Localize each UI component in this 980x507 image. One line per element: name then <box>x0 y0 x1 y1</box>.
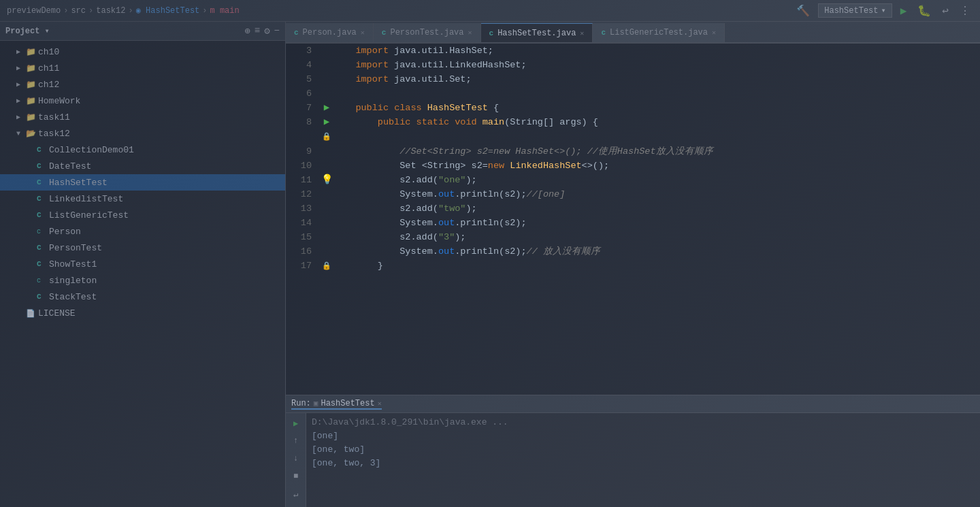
code-line-17: 17 🔒 } <box>286 259 980 274</box>
line-gutter: ▶ <box>320 101 333 115</box>
line-gutter <box>320 187 333 201</box>
line-gutter <box>320 230 333 244</box>
line-code: //Set<String> s2=new HashSet<>(); //使用Ha… <box>333 144 980 159</box>
line-code: import java.util.LinkedHashSet; <box>333 58 980 72</box>
line-number: 7 <box>286 101 320 115</box>
lock-icon: 🔒 <box>322 262 331 270</box>
line-gutter <box>320 216 333 230</box>
code-line-4: 4 import java.util.LinkedHashSet; <box>286 58 980 72</box>
line-code: import java.util.HashSet; <box>333 44 980 58</box>
code-line-11: 11 💡 s2.add("one"); <box>286 173 980 187</box>
code-line-7: 7 ▶ public class HashSetTest { <box>286 101 980 115</box>
line-gutter <box>320 44 333 58</box>
line-number: 11 <box>286 173 320 187</box>
run-arrow-icon[interactable]: ▶ <box>324 102 329 113</box>
line-number: 10 <box>286 159 320 173</box>
line-code: System.out.println(s2);// 放入没有顺序 <box>333 244 980 259</box>
code-editor[interactable]: 3 import java.util.HashSet; 4 import jav… <box>286 44 980 395</box>
code-table: 3 import java.util.HashSet; 4 import jav… <box>286 44 980 274</box>
line-number: 5 <box>286 72 320 86</box>
line-gutter <box>320 144 333 159</box>
line-number: 17 <box>286 259 320 274</box>
line-code: System.out.println(s2); <box>333 216 980 230</box>
line-code: Set <String> s2=new LinkedHashSet<>(); <box>333 159 980 173</box>
line-number: 13 <box>286 201 320 216</box>
line-code <box>333 86 980 101</box>
line-code: s2.add("two"); <box>333 201 980 216</box>
line-number: 14 <box>286 216 320 230</box>
line-number: 12 <box>286 187 320 201</box>
line-gutter <box>320 159 333 173</box>
line-number: 15 <box>286 230 320 244</box>
code-line-5: 5 import java.util.Set; <box>286 72 980 86</box>
code-line-9: 9 //Set<String> s2=new HashSet<>(); //使用… <box>286 144 980 159</box>
code-line-12: 12 System.out.println(s2);//[one] <box>286 187 980 201</box>
line-gutter <box>320 244 333 259</box>
line-gutter <box>320 86 333 101</box>
bulb-icon[interactable]: 💡 <box>321 174 333 185</box>
line-code: s2.add("3"); <box>333 230 980 244</box>
line-gutter <box>320 72 333 86</box>
line-code: import java.util.Set; <box>333 72 980 86</box>
line-code: public static void main(String[] args) { <box>333 115 980 144</box>
code-line-14: 14 System.out.println(s2); <box>286 216 980 230</box>
line-code: public class HashSetTest { <box>333 101 980 115</box>
line-gutter: 💡 <box>320 173 333 187</box>
line-gutter <box>320 58 333 72</box>
code-line-16: 16 System.out.println(s2);// 放入没有顺序 <box>286 244 980 259</box>
line-gutter: 🔒 <box>320 259 333 274</box>
run-arrow-icon[interactable]: ▶ <box>324 116 329 127</box>
code-line-15: 15 s2.add("3"); <box>286 230 980 244</box>
line-code: System.out.println(s2);//[one] <box>333 187 980 201</box>
line-number: 4 <box>286 58 320 72</box>
code-line-13: 13 s2.add("two"); <box>286 201 980 216</box>
line-number: 6 <box>286 86 320 101</box>
lock-icon: 🔒 <box>322 133 331 141</box>
line-number: 16 <box>286 244 320 259</box>
line-number: 3 <box>286 44 320 58</box>
line-code: } <box>333 259 980 274</box>
line-gutter <box>320 201 333 216</box>
code-line-6: 6 <box>286 86 980 101</box>
line-gutter: ▶ 🔒 <box>320 115 333 144</box>
line-code: s2.add("one"); <box>333 173 980 187</box>
line-number: 9 <box>286 144 320 159</box>
line-number: 8 <box>286 115 320 144</box>
code-line-8: 8 ▶ 🔒 public static void main(String[] a… <box>286 115 980 144</box>
code-line-10: 10 Set <String> s2=new LinkedHashSet<>()… <box>286 159 980 173</box>
code-line-3: 3 import java.util.HashSet; <box>286 44 980 58</box>
